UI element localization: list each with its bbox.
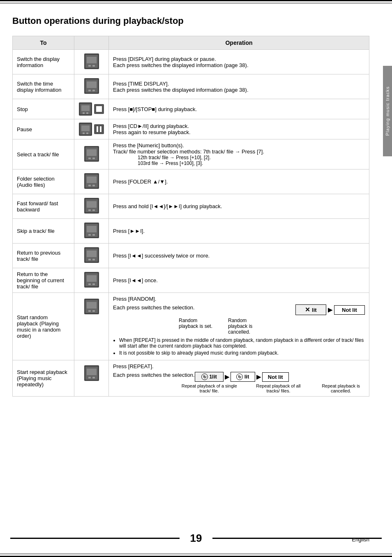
row-op-switch-time: Press [TIME DISPLAY]. Each press switche…: [109, 74, 369, 99]
table-row: Stop: [13, 99, 369, 119]
footer: 19: [0, 532, 392, 545]
row-icon-pause: [74, 119, 109, 139]
table-row: Fast forward/ fast backward Press and ho…: [13, 194, 369, 219]
side-tab: Playing music tracks: [383, 66, 392, 156]
table-row: Folder selection (Audio files) Press [FO…: [13, 169, 369, 194]
row-to-prev: Return to previous track/ file: [13, 244, 74, 268]
page-title: Button operations during playback/stop: [12, 16, 369, 30]
device-icon-svg: [83, 222, 100, 239]
svg-rect-4: [92, 65, 95, 67]
main-content: Button operations during playback/stop T…: [12, 16, 369, 397]
random-bullet-2: It is not possible to skip to already pl…: [119, 350, 365, 356]
device-icon-svg: [78, 122, 92, 136]
svg-rect-27: [87, 149, 97, 156]
row-op-skip: Press [►►I].: [109, 219, 369, 244]
header-icon-col: [74, 36, 109, 50]
table-row: Switch the time display information Pres…: [13, 74, 369, 99]
svg-rect-2: [87, 57, 97, 63]
svg-rect-19: [81, 125, 90, 131]
row-icon-switch-display: [74, 50, 109, 74]
repeat-state3-label: Not lit: [266, 374, 285, 380]
row-icon-random: [74, 293, 109, 360]
device-icon-svg: [83, 197, 100, 214]
row-to-random: Start random playback (Playing music in …: [13, 293, 74, 360]
header-to: To: [13, 36, 74, 50]
svg-rect-44: [92, 234, 95, 236]
row-icon-skip: [74, 219, 109, 244]
random-state1-box: ✕ lit: [295, 304, 326, 315]
svg-rect-21: [86, 132, 88, 134]
svg-rect-24: [100, 126, 101, 132]
device-icon-svg: [83, 246, 100, 264]
page-number: 19: [190, 532, 202, 545]
svg-rect-20: [83, 132, 85, 134]
device-icon-svg: [83, 298, 100, 315]
row-to-select-track: Select a track/ file: [13, 139, 74, 169]
svg-rect-3: [88, 65, 91, 67]
state-arrow-r1: ▶: [225, 374, 229, 380]
random-state2-desc: Random playback is cancelled.: [228, 318, 265, 335]
device-icon-svg: [83, 77, 100, 95]
row-to-pause: Pause: [13, 119, 74, 139]
page-container: Playing music tracks Button operations d…: [0, 0, 392, 557]
repeat-state2-box: ↻ lit: [231, 372, 255, 382]
table-row: Switch the display information Press [DI…: [13, 50, 369, 74]
row-to-skip: Skip a track/ file: [13, 219, 74, 244]
random-state2-label: Not lit: [338, 307, 361, 313]
table-header-row: To Operation: [13, 36, 369, 50]
repeat-state1-desc: Repeat playback of a single track/ file.: [179, 383, 240, 393]
device-icon-svg: [83, 172, 100, 190]
svg-rect-49: [92, 259, 95, 260]
svg-rect-12: [81, 105, 90, 111]
footer-line-left2: [95, 538, 180, 539]
svg-rect-8: [88, 90, 91, 91]
svg-rect-13: [83, 112, 85, 114]
row-icon-repeat: [74, 360, 109, 397]
operations-table: To Operation Switch the display informat…: [12, 36, 369, 397]
row-icon-prev: [74, 244, 109, 268]
random-state1-desc: Random playback is set.: [179, 318, 216, 335]
row-to-folder: Folder selection (Audio files): [13, 169, 74, 194]
row-icon-ff: [74, 194, 109, 219]
row-to-repeat: Start repeat playback (Playing music rep…: [13, 360, 74, 397]
row-op-stop: Press [■]/[STOP■] during playback.: [109, 99, 369, 119]
row-op-prev: Press [I◄◄] successively twice or more.: [109, 244, 369, 268]
footer-line-right1: [212, 538, 297, 539]
header-operation: Operation: [109, 36, 369, 50]
table-row: Select a track/ file Press the [Numeric]…: [13, 139, 369, 169]
row-op-ff: Press and hold [I◄◄]/[►►I] during playba…: [109, 194, 369, 219]
footer-line-left: [10, 538, 95, 539]
random-bullets: When [REPEAT] is pressed in the middle o…: [113, 337, 365, 356]
row-to-switch-display: Switch the display information: [13, 50, 74, 74]
repeat-state1-box: ↻ 1lit: [195, 372, 224, 382]
row-op-repeat: Press [REPEAT]. Each press switches the …: [109, 360, 369, 397]
svg-rect-32: [87, 176, 97, 183]
svg-rect-64: [92, 377, 95, 378]
row-op-select-track: Press the [Numeric] button(s). Track/ fi…: [109, 139, 369, 169]
side-tab-label: Playing music tracks: [385, 86, 390, 136]
svg-rect-53: [88, 283, 91, 285]
repeat-state3-box: Not lit: [262, 372, 289, 382]
table-row: Pause: [13, 119, 369, 139]
svg-rect-48: [88, 259, 91, 260]
device-icon-svg: [83, 53, 100, 70]
device-icon-svg: [78, 102, 92, 116]
repeat-state1-label: ↻ 1lit: [198, 374, 220, 380]
svg-rect-23: [97, 126, 98, 132]
svg-rect-28: [88, 158, 91, 159]
svg-rect-7: [87, 81, 97, 88]
svg-rect-42: [87, 226, 97, 232]
table-row: Return to previous track/ file Press [I◄…: [13, 244, 369, 268]
table-row: Start repeat playback (Playing music rep…: [13, 360, 369, 397]
svg-rect-39: [92, 209, 95, 211]
svg-rect-62: [87, 369, 97, 375]
row-to-begin: Return to the beginning of current track…: [13, 268, 74, 293]
svg-rect-9: [92, 90, 95, 91]
svg-rect-22: [94, 124, 104, 134]
svg-rect-14: [86, 112, 88, 114]
svg-rect-47: [87, 251, 97, 257]
device-icon-svg: [83, 145, 100, 162]
svg-rect-54: [92, 283, 95, 285]
language-label: English: [352, 536, 369, 543]
table-row: Start random playback (Playing music in …: [13, 293, 369, 360]
